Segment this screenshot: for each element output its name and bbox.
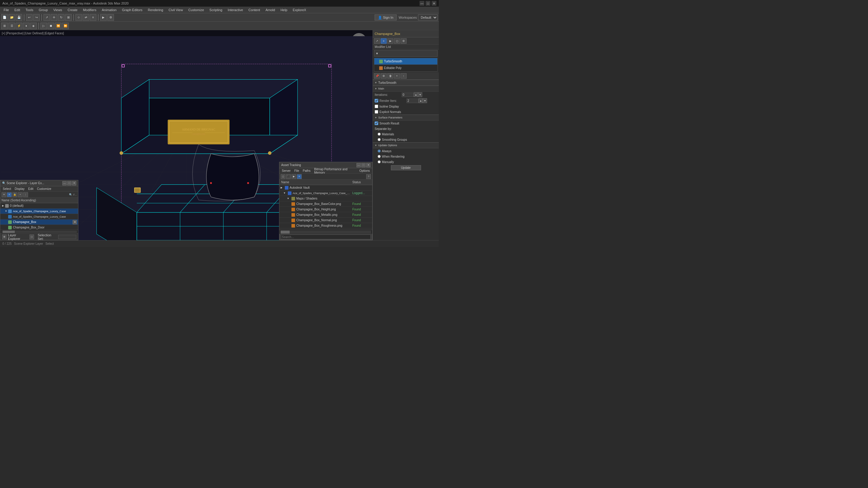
se-more-btn[interactable]: ⋮ [23, 192, 28, 197]
menu-item-file[interactable]: File [1, 7, 11, 12]
panel-btn-motion[interactable]: ▶ [387, 38, 393, 44]
at-tb-btn4[interactable]: ≡ [297, 174, 302, 179]
at-row-roughness[interactable]: Champagne_Box_Roughness.png Found [279, 223, 372, 228]
menu-item-group[interactable]: Group [36, 7, 50, 12]
menu-item-civil-view[interactable]: Civil View [166, 7, 185, 12]
modifier-editable-poly[interactable]: Editable Poly [374, 65, 437, 71]
when-rendering-radio[interactable] [378, 155, 381, 158]
surface-params-header[interactable]: Surface Parameters [373, 115, 439, 121]
se-menu-display[interactable]: Display [13, 187, 26, 191]
at-search-input[interactable] [281, 235, 371, 239]
rotate-button[interactable]: ↻ [58, 14, 64, 21]
smoothing-groups-radio[interactable] [378, 138, 381, 141]
at-row-maps[interactable]: ▼ Maps / Shaders [279, 196, 372, 201]
render-iters-check[interactable] [375, 99, 378, 102]
at-row-ace-file[interactable]: ▼ Ace_of_Spades_Champagne_Luxury_Case_ma… [279, 190, 372, 196]
at-tb-btn3[interactable]: ▶ [291, 174, 296, 179]
at-menu-bitmap[interactable]: Bitmap Performance and Memory [313, 167, 357, 175]
maximize-button[interactable]: □ [426, 1, 430, 6]
always-radio[interactable] [378, 150, 381, 153]
smooth-result-check[interactable] [375, 121, 378, 125]
panel-btn-cursor[interactable]: ↗ [374, 38, 380, 44]
menu-item-tools[interactable]: Tools [23, 7, 36, 12]
menu-item-rendering[interactable]: Rendering [146, 7, 166, 12]
explicit-normals-check[interactable] [375, 110, 378, 114]
isoline-check[interactable] [375, 104, 378, 108]
at-maximize-btn[interactable]: □ [361, 163, 366, 167]
panel-btn-display[interactable]: ◻ [394, 38, 400, 44]
config-button[interactable]: ⚙ [381, 73, 387, 79]
pin-button[interactable]: 📌 [374, 73, 380, 79]
menu-item-scripting[interactable]: Scripting [207, 7, 225, 12]
undo-button[interactable]: ↩ [26, 14, 33, 21]
iterations-up[interactable]: ▲ [414, 92, 418, 97]
se-maximize-btn[interactable]: □ [67, 181, 71, 185]
tb2-btn2[interactable]: ☰ [8, 23, 15, 29]
at-row-normal[interactable]: Champagne_Box_Normal.png Found [279, 218, 372, 223]
redo-button[interactable]: ↪ [33, 14, 40, 21]
at-menu-server[interactable]: Server [281, 169, 292, 173]
se-row-ace-root[interactable]: ▼ Ace_of_Spades_Champagne_Luxury_Case [0, 209, 78, 214]
render-iters-down[interactable]: ▼ [423, 98, 427, 103]
scale-button[interactable]: ⊠ [65, 14, 72, 21]
at-close-btn[interactable]: ✕ [366, 163, 370, 167]
move-up-button[interactable]: ↑ [401, 73, 407, 79]
at-tb-btn1[interactable]: ◻ [281, 174, 285, 179]
se-menu-select[interactable]: Select [1, 187, 12, 191]
at-row-vault[interactable]: ▶ Autodesk Vault [279, 185, 372, 190]
at-tb-btn-question[interactable]: ? [366, 174, 371, 179]
se-type-btn[interactable]: ≡ [7, 192, 12, 197]
se-footer-btn1[interactable]: ⊞ [2, 235, 7, 239]
se-scrollbar[interactable] [0, 230, 78, 233]
se-selection-set-input[interactable] [58, 235, 76, 239]
menu-item-interactive[interactable]: Interactive [225, 7, 246, 12]
menu-item-create[interactable]: Create [65, 7, 80, 12]
at-tb-btn2[interactable]: ⬛ [286, 174, 291, 179]
render-iters-input[interactable] [407, 98, 418, 103]
delete-modifier-button[interactable]: 🗑 [387, 73, 393, 79]
se-row-ace-inner[interactable]: Ace_of_Spades_Champagne_Luxury_Case [0, 214, 78, 219]
se-row-champagne-box[interactable]: Champagne_Box ⊞ [0, 219, 78, 225]
select-button[interactable]: ↗ [43, 14, 50, 21]
tb2-btn4[interactable]: ♦ [23, 23, 30, 29]
menu-item-views[interactable]: Views [51, 7, 64, 12]
at-menu-file[interactable]: File [293, 169, 300, 173]
se-footer-btn2[interactable]: ◻ [30, 235, 34, 239]
align-button[interactable]: ≡ [90, 14, 96, 21]
add-modifier-button[interactable]: + [394, 73, 400, 79]
iterations-input[interactable] [402, 93, 414, 97]
close-button[interactable]: ✕ [432, 1, 436, 6]
menu-item-content[interactable]: Content [246, 7, 262, 12]
update-button[interactable]: Update [391, 165, 421, 170]
at-row-metallic[interactable]: Champagne_Box_Metallic.png Found [279, 212, 372, 218]
tb2-btn8[interactable]: ⏪ [55, 23, 61, 29]
at-menu-paths[interactable]: Paths [302, 169, 312, 173]
tb2-btn1[interactable]: ⊞ [1, 23, 8, 29]
menu-item-help[interactable]: Help [278, 7, 290, 12]
render-setup-button[interactable]: ⚙ [107, 14, 114, 21]
panel-btn-utility[interactable]: ⚙ [401, 38, 407, 44]
iterations-down[interactable]: ▼ [418, 92, 422, 97]
at-row-basecolor[interactable]: Champagne_Box_BaseColor.png Found [279, 201, 372, 207]
minimize-button[interactable]: — [420, 1, 424, 6]
tb2-btn7[interactable]: ⏹ [48, 23, 54, 29]
move-button[interactable]: ✛ [51, 14, 57, 21]
tb2-btn9[interactable]: ⏩ [62, 23, 69, 29]
materials-radio[interactable] [378, 133, 381, 135]
se-menu-customize[interactable]: Customize [36, 187, 53, 191]
se-lock-btn[interactable]: 🔒 [12, 192, 17, 197]
open-button[interactable]: 📁 [8, 14, 15, 21]
menu-item-arnold[interactable]: Arnold [263, 7, 278, 12]
signin-button[interactable]: 👤 Sign In [375, 14, 397, 21]
manually-radio[interactable] [378, 160, 381, 163]
workspaces-select[interactable]: Default [418, 14, 438, 21]
se-filter-btn[interactable]: ✕ [1, 192, 6, 197]
se-row-champagne-door[interactable]: Champagne_Box_Door [0, 225, 78, 230]
menu-item-explorex[interactable]: ExploreX [290, 7, 309, 12]
snap-button[interactable]: ⊹ [75, 14, 82, 21]
mirror-button[interactable]: ⇌ [83, 14, 89, 21]
menu-item-customize[interactable]: Customize [186, 7, 207, 12]
tb2-btn6[interactable]: ▷ [40, 23, 47, 29]
at-minimize-btn[interactable]: — [356, 163, 361, 167]
main-section-header[interactable]: Main [373, 86, 439, 92]
